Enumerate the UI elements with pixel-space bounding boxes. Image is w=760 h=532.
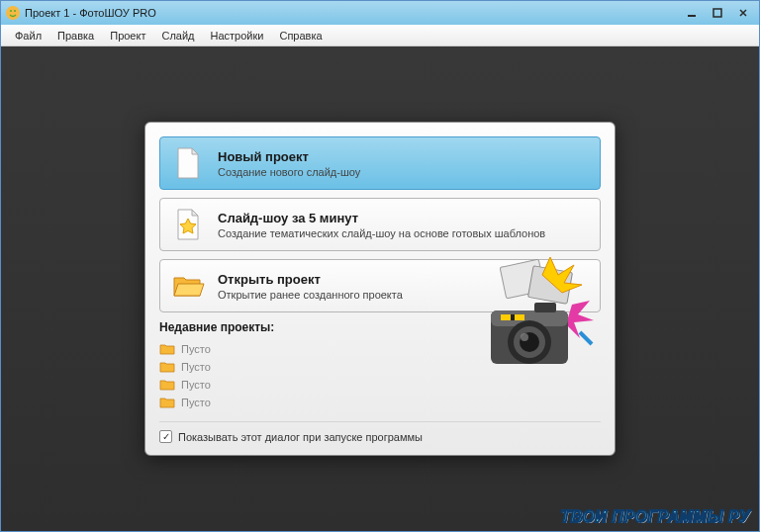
option-new-project[interactable]: Новый проект Создание нового слайд-шоу [159, 136, 601, 190]
menu-settings[interactable]: Настройки [205, 28, 270, 44]
recent-item[interactable]: Пусто [159, 340, 601, 358]
option-text: Новый проект Создание нового слайд-шоу [218, 149, 590, 178]
checkbox-label: Показывать этот диалог при запуске прогр… [178, 431, 423, 443]
menu-help[interactable]: Справка [273, 28, 328, 44]
svg-point-1 [10, 10, 12, 12]
workspace: Новый проект Создание нового слайд-шоу С… [1, 46, 759, 531]
maximize-icon [712, 8, 722, 18]
recent-label: Пусто [181, 397, 211, 408]
menu-edit[interactable]: Правка [51, 28, 100, 44]
folder-icon [159, 360, 175, 374]
minimize-icon [687, 8, 697, 18]
folder-icon [159, 342, 175, 356]
window-title: Проект 1 - ФотоШОУ PRO [25, 7, 680, 19]
star-document-icon [170, 207, 206, 242]
option-title: Слайд-шоу за 5 минут [218, 211, 590, 225]
recent-item[interactable]: Пусто [159, 358, 601, 376]
start-dialog: Новый проект Создание нового слайд-шоу С… [144, 122, 616, 456]
recent-label: Пусто [181, 361, 211, 373]
close-icon [738, 8, 748, 18]
recent-label: Пусто [181, 343, 211, 355]
folder-icon [159, 396, 175, 409]
show-dialog-checkbox[interactable]: ✓ [159, 430, 172, 443]
menubar: Файл Правка Проект Слайд Настройки Справ… [1, 25, 759, 46]
option-text: Открыть проект Открытие ранее созданного… [218, 272, 590, 301]
option-title: Новый проект [218, 149, 590, 164]
svg-point-0 [6, 6, 20, 20]
app-window: Проект 1 - ФотоШОУ PRO Файл Правка Проек… [0, 0, 760, 532]
svg-point-2 [14, 10, 16, 12]
folder-icon [159, 378, 175, 392]
svg-rect-4 [713, 9, 721, 17]
menu-project[interactable]: Проект [104, 28, 151, 44]
recent-label: Пусто [181, 379, 211, 391]
svg-rect-3 [688, 15, 696, 17]
maximize-button[interactable] [706, 5, 729, 21]
recent-item[interactable]: Пусто [159, 376, 601, 394]
document-icon [170, 145, 206, 181]
option-text: Слайд-шоу за 5 минут Создание тематическ… [218, 211, 590, 239]
recent-projects: Недавние проекты: Пусто Пусто Пусто Пуст… [159, 320, 601, 411]
option-open-project[interactable]: Открыть проект Открытие ранее созданного… [159, 259, 601, 312]
minimize-button[interactable] [680, 5, 704, 21]
option-title: Открыть проект [218, 272, 590, 287]
app-icon [5, 5, 21, 21]
recent-item[interactable]: Пусто [159, 394, 601, 411]
folder-open-icon [170, 268, 206, 304]
recent-heading: Недавние проекты: [159, 320, 601, 334]
show-dialog-checkbox-row: ✓ Показывать этот диалог при запуске про… [159, 421, 601, 443]
window-controls [680, 5, 755, 21]
menu-slide[interactable]: Слайд [155, 28, 200, 44]
option-desc: Создание тематических слайд-шоу на основ… [218, 227, 590, 239]
option-quick-slideshow[interactable]: Слайд-шоу за 5 минут Создание тематическ… [159, 198, 601, 251]
option-desc: Открытие ранее созданного проекта [218, 289, 590, 301]
option-desc: Создание нового слайд-шоу [218, 166, 590, 178]
menu-file[interactable]: Файл [9, 28, 48, 44]
close-button[interactable] [731, 5, 755, 21]
titlebar: Проект 1 - ФотоШОУ PRO [1, 1, 759, 25]
